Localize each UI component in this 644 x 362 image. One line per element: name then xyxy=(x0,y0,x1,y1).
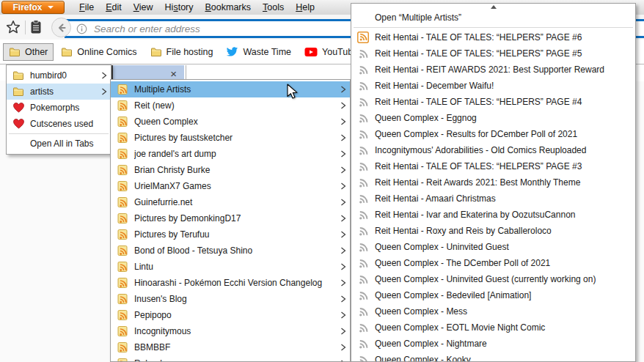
menu-item-reit-hentai-tale-of-tales-helpers-page-3[interactable]: Reit Hentai - TALE OF TALES: “HELPERS” P… xyxy=(351,158,635,174)
menu-item-queen-complex-results-for-dcember-poll-of-[interactable]: Queen Complex - Results for DCember Poll… xyxy=(351,126,635,142)
menu-item-label: Reit Hentai - TALE OF TALES: “HELPERS” P… xyxy=(375,161,622,171)
bookmark-item-label: File hosting xyxy=(167,47,213,57)
menu-scroll-up[interactable] xyxy=(351,4,635,10)
livemark-icon xyxy=(117,116,128,128)
rss-icon xyxy=(357,338,369,350)
url-input[interactable] xyxy=(92,23,374,35)
menu-item-reit-new[interactable]: Reit (new) xyxy=(111,97,350,114)
menu-item-brian-christy-burke[interactable]: Brian Christy Burke xyxy=(111,162,350,178)
menu-item-hinoarashi-pok-mon-ecchi-version-changelog[interactable]: Hinoarashi - Pokémon Ecchi Version Chang… xyxy=(111,275,350,291)
menubar-item-file[interactable]: File xyxy=(73,1,100,14)
bookmark-item-file-hosting[interactable]: File hosting xyxy=(144,43,219,61)
bookmark-item-waste-time[interactable]: Waste Time xyxy=(220,44,297,60)
menu-item-label: Queen Complex - EOTL Movie Night Comic xyxy=(375,322,622,333)
menu-item-reit-hentai-tale-of-tales-helpers-page-5[interactable]: Reit Hentai - TALE OF TALES: “HELPERS” P… xyxy=(351,45,635,62)
clipboard-icon[interactable] xyxy=(29,20,43,37)
livemark-icon xyxy=(117,341,128,353)
menu-item-incognitymous[interactable]: Incognitymous xyxy=(111,323,350,339)
menu-item-label: Roland xyxy=(134,358,337,362)
menu-item-humbird0[interactable]: humbird0 xyxy=(7,67,111,84)
menu-item-pepipopo[interactable]: Pepipopo xyxy=(111,307,350,323)
bookmark-item-other[interactable]: Other xyxy=(3,43,54,61)
menu-item-reit-hentai-reit-awards-2021-best-supporte[interactable]: Reit Hentai - REIT AWARDS 2021: Best Sup… xyxy=(351,62,635,78)
menu-item-open-all-in-tabs[interactable]: Open All in Tabs xyxy=(7,136,111,152)
menu-item-inusen-s-blog[interactable]: Inusen's Blog xyxy=(111,291,350,307)
menu-item-queen-complex-kooky[interactable]: Queen Complex - Kooky xyxy=(351,352,635,362)
bookmark-item-online-comics[interactable]: Online Comics xyxy=(55,43,142,61)
menu-item-open-multiple-artists[interactable]: Open “Multiple Artists” xyxy=(351,10,635,26)
livemark-icon xyxy=(117,261,128,273)
menu-item-label: Lintu xyxy=(134,262,337,272)
menubar-items: FileEditViewHistoryBookmarksToolsHelp xyxy=(73,0,321,15)
menu-item-pictures-by-terufuu[interactable]: Pictures by Terufuu xyxy=(111,226,350,243)
menu-item-urielmanx7-games[interactable]: UrielManX7 Games xyxy=(111,178,350,194)
menu-item-joe-randel-s-art-dump[interactable]: joe randel's art dump xyxy=(111,146,350,162)
submenu-arrow-icon xyxy=(337,86,350,93)
menubar-item-tools[interactable]: Tools xyxy=(257,1,290,14)
heart-icon xyxy=(12,102,24,114)
rss-icon xyxy=(357,241,369,253)
folder-icon xyxy=(9,46,21,58)
menu-item-multiple-artists[interactable]: Multiple Artists xyxy=(111,81,350,97)
menubar-item-bookmarks[interactable]: Bookmarks xyxy=(200,1,257,14)
menu-item-queen-complex-eggnog[interactable]: Queen Complex - Eggnog xyxy=(351,110,635,126)
menubar-item-help[interactable]: Help xyxy=(290,1,321,14)
info-icon[interactable] xyxy=(76,23,87,34)
menu-item-reit-hentai-roxy-and-reis-by-caballeroloco[interactable]: Reit Hentai - Roxy and Reis by Caballero… xyxy=(351,223,635,239)
folder-icon xyxy=(61,46,73,58)
menu-item-queen-complex-mess[interactable]: Queen Complex - Mess xyxy=(351,303,635,319)
menubar-item-history[interactable]: History xyxy=(159,1,200,14)
menu-item-guinefurrie-net[interactable]: Guinefurrie.net xyxy=(111,194,350,210)
menu-item-label: Queen Complex xyxy=(134,117,337,127)
submenu-arrow-icon xyxy=(337,295,350,303)
folder-icon xyxy=(150,46,162,58)
menu-item-label: BBMBBF xyxy=(134,342,337,352)
menu-item-lintu[interactable]: Lintu xyxy=(111,259,350,275)
menu-item-queen-complex-the-dcember-poll-of-2021[interactable]: Queen Complex - The DCember Poll of 2021 xyxy=(351,255,635,271)
menu-item-artists[interactable]: artists xyxy=(7,84,111,100)
menu-item-queen-complex-nightmare[interactable]: Queen Complex - Nightmare xyxy=(351,336,635,352)
menu-item-queen-complex-uninvited-guest[interactable]: Queen Complex - Uninvited Guest xyxy=(351,239,635,255)
livemark-icon xyxy=(117,325,128,337)
menu-item-cutscenes-used[interactable]: Cutscenes used xyxy=(7,116,111,132)
menu-item-queen-complex-uninvited-guest-currently-wo[interactable]: Queen Complex - Uninvited Guest (current… xyxy=(351,271,635,287)
menu-item-pictures-by-demonkingd17[interactable]: Pictures by DemonkingD17 xyxy=(111,210,350,226)
menu-item-pokemorphs[interactable]: Pokemorphs xyxy=(7,100,111,116)
tab-close-icon[interactable]: × xyxy=(170,68,177,79)
submenu-arrow-icon xyxy=(337,328,350,335)
menu-item-label: Pictures by Terufuu xyxy=(134,229,337,240)
menu-item-label: Reit (new) xyxy=(134,100,337,111)
menu-item-reit-hentai-amaari-christmas[interactable]: Reit Hentai - Amaari Christmas xyxy=(351,191,635,207)
menu-item-reit-hentai-ivar-and-ekaterina-by-oozutsuc[interactable]: Reit Hentai - Ivar and Ekaterina by Oozu… xyxy=(351,207,635,223)
icon-placeholder xyxy=(357,12,369,23)
menu-item-reit-hentai-december-waifu[interactable]: Reit Hentai - December Waifu! xyxy=(351,78,635,94)
livemark-icon xyxy=(117,100,128,111)
livemark-icon xyxy=(117,229,128,240)
bookmark-star-icon[interactable] xyxy=(6,20,21,37)
submenu-arrow-icon xyxy=(337,279,350,287)
menu-item-roland[interactable]: Roland xyxy=(111,355,350,362)
rss-icon xyxy=(357,354,369,362)
menubar-item-edit[interactable]: Edit xyxy=(100,1,128,14)
icon-placeholder xyxy=(12,138,24,149)
livemark-icon xyxy=(117,180,128,192)
menu-item-reit-hentai-reit-awards-2021-best-monthly-[interactable]: Reit Hentai - Reit Awards 2021: Best Mon… xyxy=(351,174,635,191)
menu-item-bbmbbf[interactable]: BBMBBF xyxy=(111,339,350,355)
firefox-app-button[interactable]: Firefox xyxy=(1,1,65,14)
menu-item-bond-of-blood-tetsuya-shino[interactable]: Bond of Blood - Tetsuya Shino xyxy=(111,243,350,259)
menu-item-queen-complex-eotl-movie-night-comic[interactable]: Queen Complex - EOTL Movie Night Comic xyxy=(351,319,635,336)
livemark-icon xyxy=(117,148,128,160)
menu-item-queen-complex[interactable]: Queen Complex xyxy=(111,114,350,130)
artists-submenu: Multiple ArtistsReit (new)Queen ComplexP… xyxy=(110,79,351,362)
youtube-icon xyxy=(304,47,318,57)
menu-item-label: Queen Complex - Eggnog xyxy=(375,113,622,123)
menu-item-reit-hentai-tale-of-tales-helpers-page-6[interactable]: Reit Hentai - TALE OF TALES: “HELPERS” P… xyxy=(351,29,635,45)
menu-item-reit-hentai-tale-of-tales-helpers-page-4[interactable]: Reit Hentai - TALE OF TALES: “HELPERS” P… xyxy=(351,94,635,110)
menu-item-incognitymous-adorabilities-old-comics-reu[interactable]: Incognitymous' Adorabilities - Old Comic… xyxy=(351,142,635,158)
menu-item-queen-complex-bedeviled-animation[interactable]: Queen Complex - Bedeviled [Animation] xyxy=(351,287,635,303)
back-button[interactable] xyxy=(51,18,71,37)
menu-item-pictures-by-faustsketcher[interactable]: Pictures by faustsketcher xyxy=(111,130,350,146)
submenu-arrow-icon xyxy=(337,118,350,125)
folder-icon xyxy=(12,86,24,97)
menubar-item-view[interactable]: View xyxy=(128,1,159,14)
